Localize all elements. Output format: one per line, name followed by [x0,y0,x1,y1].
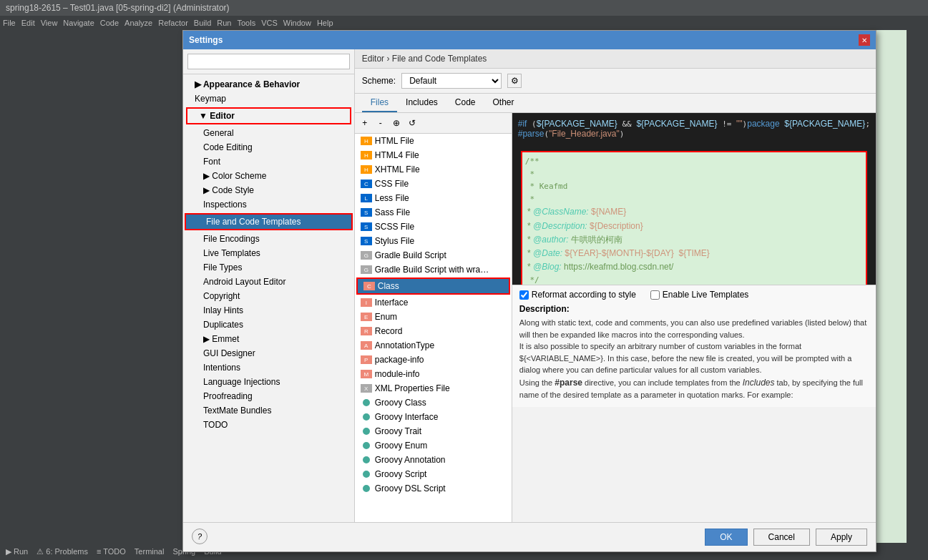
help-button[interactable]: ? [192,529,207,544]
menu-window[interactable]: Window [283,19,311,27]
list-item-class[interactable]: C Class [356,277,510,295]
list-item[interactable]: G Gradle Build Script [355,248,512,262]
menu-tools[interactable]: Tools [237,19,255,27]
menu-view[interactable]: View [41,19,58,27]
sidebar-item-intentions[interactable]: Intentions [183,360,354,375]
sidebar-item-appearance[interactable]: ▶ Appearance & Behavior [183,77,354,92]
list-item[interactable]: C CSS File [355,177,512,191]
list-item[interactable]: Groovy Interface [355,410,512,424]
sidebar-item-textmate-label: TextMate Bundles [203,406,271,416]
groovy-annotation-icon [361,456,372,464]
list-item[interactable]: R Record [355,324,512,338]
file-item-label: module-info [375,369,420,379]
list-item[interactable]: S SCSS File [355,220,512,234]
sidebar-item-gui-designer[interactable]: GUI Designer [183,346,354,360]
sidebar-item-emmet[interactable]: ▶ Emmet [183,332,354,346]
list-item[interactable]: Groovy Enum [355,438,512,453]
sidebar-item-general[interactable]: General [183,126,354,140]
list-item[interactable]: Groovy Script [355,467,512,481]
bottombar-todo[interactable]: ≡ TODO [97,547,126,556]
stylus-icon: S [361,237,372,245]
live-templates-checkbox[interactable] [650,290,660,300]
list-item[interactable]: S Stylus File [355,234,512,248]
menu-vcs[interactable]: VCS [261,19,278,27]
sidebar-item-file-templates-label: File and Code Templates [206,217,301,227]
sidebar-item-font[interactable]: Font [183,154,354,169]
sidebar-item-code-style[interactable]: ▶ Code Style [183,183,354,197]
list-item[interactable]: Groovy Trait [355,424,512,438]
sidebar-item-copyright[interactable]: Copyright [183,289,354,303]
cancel-button[interactable]: Cancel [753,529,810,546]
sidebar-item-editor[interactable]: ▼ Editor [186,107,351,124]
apply-button[interactable]: Apply [816,529,867,546]
list-item[interactable]: H HTML4 File [355,148,512,162]
sidebar-item-inspections[interactable]: Inspections [183,197,354,212]
search-input[interactable] [187,54,350,69]
list-item[interactable]: E Enum [355,310,512,324]
sidebar-item-keymap[interactable]: Keymap [183,92,354,106]
list-item[interactable]: Groovy Annotation [355,453,512,467]
list-item[interactable]: Groovy DSL Script [355,481,512,496]
sidebar-item-inlay-hints[interactable]: Inlay Hints [183,303,354,318]
dialog-title: Settings [189,35,223,45]
list-item[interactable]: Groovy Class [355,396,512,410]
tab-code[interactable]: Code [446,94,484,112]
list-item[interactable]: I Interface [355,295,512,310]
scheme-select[interactable]: Default Project [401,73,502,89]
menu-build[interactable]: Build [194,19,211,27]
menu-run[interactable]: Run [217,19,231,27]
less-icon: L [361,194,372,202]
sidebar-item-proofreading[interactable]: Proofreading [183,389,354,403]
code-editor[interactable]: #if (${PACKAGE_NAME} && ${PACKAGE_NAME} … [512,113,876,285]
annotation-icon: A [361,341,372,350]
list-item[interactable]: H XHTML File [355,162,512,177]
tab-other[interactable]: Other [484,94,523,112]
sidebar-item-file-encodings[interactable]: File Encodings [183,232,354,246]
list-item[interactable]: L Less File [355,191,512,205]
reformat-checkbox[interactable] [519,290,529,300]
add-template-button[interactable]: + [358,116,372,130]
list-item[interactable]: A AnnotationType [355,338,512,353]
ide-menubar[interactable]: File Edit View Navigate Code Analyze Ref… [0,16,928,30]
sidebar-item-duplicates[interactable]: Duplicates [183,318,354,332]
sidebar-item-android-layout-label: Android Layout Editor [203,277,285,287]
file-item-label: CSS File [375,179,409,189]
close-button[interactable]: ✕ [859,34,870,46]
list-item[interactable]: X XML Properties File [355,381,512,396]
copy-template-button[interactable]: ⊕ [389,116,404,130]
tab-includes[interactable]: Includes [397,94,446,112]
reset-template-button[interactable]: ↺ [405,116,419,130]
bottombar-problems[interactable]: ⚠ 6: Problems [36,547,88,556]
menu-edit[interactable]: Edit [21,19,35,27]
module-icon: M [361,370,372,378]
sidebar-item-file-types[interactable]: File Types [183,260,354,275]
scheme-gear-button[interactable]: ⚙ [507,74,522,88]
sidebar-item-live-templates[interactable]: Live Templates [183,246,354,260]
remove-template-button[interactable]: - [373,116,388,130]
menu-analyze[interactable]: Analyze [124,19,152,27]
sidebar-item-todo[interactable]: TODO [183,418,354,432]
sidebar-item-textmate[interactable]: TextMate Bundles [183,403,354,418]
list-item[interactable]: M module-info [355,367,512,381]
sidebar-item-language-injections[interactable]: Language Injections [183,375,354,389]
sidebar-item-duplicates-label: Duplicates [203,320,243,330]
sidebar-item-code-editing[interactable]: Code Editing [183,140,354,154]
list-item[interactable]: P package-info [355,353,512,367]
sidebar-item-android-layout[interactable]: Android Layout Editor [183,275,354,289]
bottombar-terminal[interactable]: Terminal [135,547,165,556]
menu-file[interactable]: File [3,19,16,27]
list-item[interactable]: S Sass File [355,205,512,220]
tab-files[interactable]: Files [362,94,397,112]
ok-button[interactable]: OK [705,529,747,546]
menu-refactor[interactable]: Refactor [158,19,188,27]
sidebar-item-color-scheme[interactable]: ▶ Color Scheme [183,169,354,183]
menu-code[interactable]: Code [100,19,119,27]
menu-navigate[interactable]: Navigate [63,19,94,27]
bottombar-run[interactable]: ▶ Run [6,547,28,556]
sidebar-item-file-templates[interactable]: File and Code Templates [185,213,353,230]
menu-help[interactable]: Help [317,19,333,27]
chevron-right-icon-style: ▶ [203,185,212,195]
list-item[interactable]: H HTML File [355,134,512,148]
list-item[interactable]: G Gradle Build Script with wrapp... [355,262,512,277]
sidebar-item-file-encodings-label: File Encodings [203,234,260,244]
